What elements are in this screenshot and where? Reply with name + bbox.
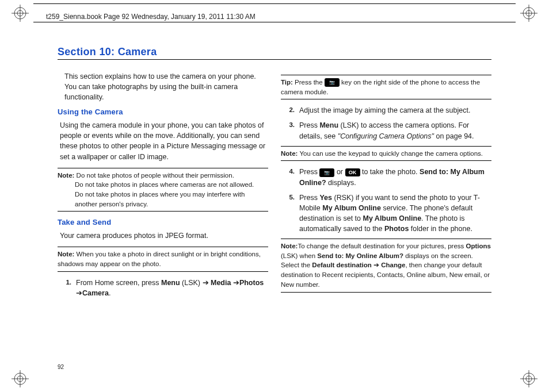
camera-key-icon <box>319 168 334 177</box>
menu-key: Menu <box>161 279 180 287</box>
note-permissions: Note: Do not take photos of people witho… <box>58 168 268 212</box>
step-number: 2. <box>281 105 299 116</box>
step-4: 4. Press or OK to take the photo. Send t… <box>281 167 491 187</box>
album-online1: My Album Online <box>322 204 381 212</box>
camera-label: Camera <box>82 289 109 297</box>
crop-header-underline <box>33 22 516 22</box>
right-column: Tip: Press the key on the right side of … <box>281 71 491 303</box>
cropmark-tl-icon <box>12 5 29 22</box>
note-label: Note: <box>281 243 298 249</box>
tip-label: Tip: <box>281 79 293 86</box>
note-sunlight: Note: When you take a photo in direct su… <box>58 247 268 271</box>
take-send-body: Your camera produces photos in JPEG form… <box>60 230 268 241</box>
step-number: 5. <box>281 193 299 235</box>
note-sunlight-text: When you take a photo in direct sunlight… <box>58 251 261 267</box>
note-keypad: Note: You can use the keypad to quickly … <box>281 146 491 162</box>
camera-key-icon <box>325 78 340 87</box>
change-key: Change <box>381 262 405 268</box>
arrow-icon: ➔ <box>372 262 381 268</box>
default-dest: Default destination <box>312 262 372 268</box>
send-to-prompt: Send to: My Online Album? <box>317 252 403 259</box>
note-line2: Do not take photos in places where camer… <box>75 180 268 190</box>
step1-b: (LSK) <box>180 279 203 287</box>
arrow-icon: ➔ <box>76 289 82 297</box>
options-key: Options <box>466 243 491 249</box>
page-number: 92 <box>58 364 64 370</box>
s5a: Press <box>299 194 319 202</box>
step1-a: From Home screen, press <box>76 279 161 287</box>
tip-a: Press the <box>295 79 325 86</box>
ok-key-icon: OK <box>345 168 360 176</box>
step-3: 3. Press Menu (LSK) to access the camera… <box>281 120 491 141</box>
album-online2: My Album Online <box>363 214 421 222</box>
step-2: 2. Adjust the image by aiming the camera… <box>281 105 491 116</box>
heading-using-camera: Using the Camera <box>58 107 268 118</box>
s3a: Press <box>299 121 319 129</box>
cropmark-br-icon <box>520 370 537 387</box>
menu-key: Menu <box>319 121 338 129</box>
cropmark-tr-icon <box>520 5 537 22</box>
s4a: Press <box>299 168 319 176</box>
s4b: to take the photo. <box>360 168 420 176</box>
note-line3: Do not take photos in places where you m… <box>75 190 268 209</box>
photos-folder: Photos <box>384 225 409 233</box>
step-1: 1. From Home screen, press Menu (LSK) ➔ … <box>58 278 268 298</box>
left-column: This section explains how to use the cam… <box>58 71 268 303</box>
arrow-icon: ➔ <box>233 279 239 287</box>
crop-top-line <box>33 3 516 4</box>
note-label: Note: <box>58 251 74 258</box>
page-header: t259_Sienna.book Page 92 Wednesday, Janu… <box>46 13 256 21</box>
heading-take-send: Take and Send <box>58 217 268 228</box>
note-label: Note: <box>58 172 74 179</box>
step-5: 5. Press Yes (RSK) if you want to send t… <box>281 193 491 235</box>
s4or: or <box>334 168 345 176</box>
note-line1: Do not take photos of people without the… <box>77 172 234 179</box>
tip-camera-key: Tip: Press the key on the right side of … <box>281 75 491 99</box>
note-label: Note: <box>281 150 298 157</box>
step-number: 4. <box>281 167 299 187</box>
step2-text: Adjust the image by aiming the camera at… <box>299 105 491 116</box>
yes-key: Yes <box>319 194 332 202</box>
dot: . <box>109 289 110 297</box>
intro-text: This section explains how to use the cam… <box>64 71 268 102</box>
config-ref: "Configuring Camera Options" <box>338 132 434 140</box>
s3c: on page 94. <box>434 132 474 140</box>
step-number: 1. <box>58 278 76 298</box>
photos-label: Photos <box>239 279 264 287</box>
cropmark-bl-icon <box>12 370 29 387</box>
s4c: displays. <box>326 179 356 187</box>
s5e: folder in the phone. <box>409 225 472 233</box>
note-keypad-text: You can use the keypad to quickly change… <box>298 150 483 157</box>
using-camera-body: Using the camera module in your phone, y… <box>60 120 268 162</box>
note-default-destination: Note:To change the default destination f… <box>281 239 491 292</box>
n4b: (LSK) when <box>281 252 317 259</box>
media-label: Media <box>209 279 233 287</box>
section-title: Section 10: Camera <box>58 46 491 60</box>
n4a: To change the default destination for yo… <box>298 243 466 249</box>
step-number: 3. <box>281 120 299 141</box>
arrow-icon: ➔ <box>203 279 209 287</box>
